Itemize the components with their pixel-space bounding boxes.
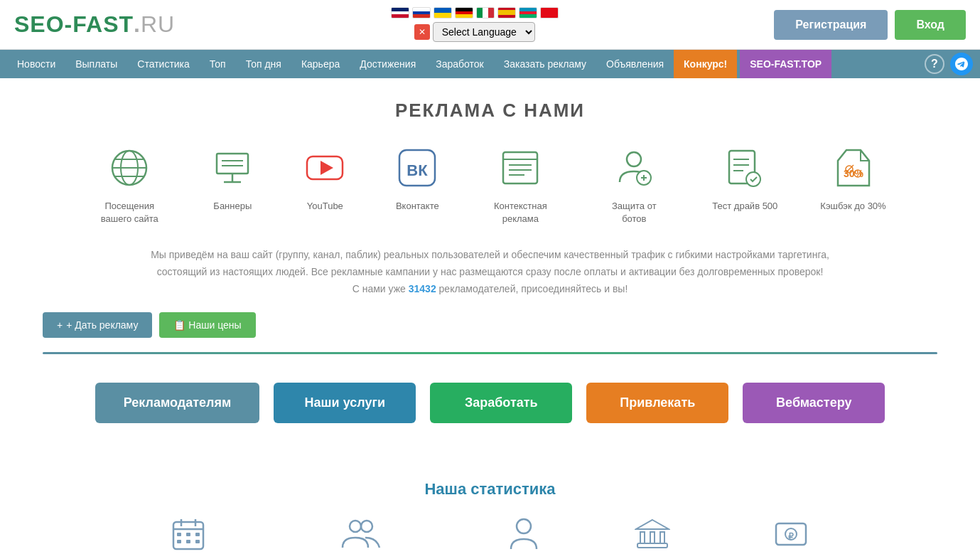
language-select[interactable]: Select Language English Русский — [433, 22, 535, 42]
ad-icon-banners[interactable]: Баннеры — [208, 143, 257, 213]
svg-point-43 — [350, 521, 361, 532]
svg-rect-42 — [195, 540, 200, 543]
svg-point-28 — [746, 172, 760, 186]
nav-konkurs[interactable]: Конкурс! — [674, 50, 737, 78]
youtube-label: YouTube — [307, 200, 343, 213]
svg-marker-12 — [321, 161, 333, 175]
btn-privlekat[interactable]: Привлекать — [586, 383, 728, 423]
ad-icon-youtube[interactable]: YouTube — [300, 143, 350, 213]
context-icon — [495, 143, 545, 193]
svg-rect-41 — [186, 540, 190, 543]
lang-close-button[interactable]: ✕ — [414, 24, 430, 40]
promo-line-2: состоящий из настоящих людей. Все реклам… — [43, 264, 937, 281]
new-user-icon — [508, 516, 539, 558]
nav-seo-fast-top[interactable]: SEO-FAST.TOP — [740, 50, 831, 78]
register-button[interactable]: Регистрация — [774, 10, 888, 40]
promo-buttons: + + Дать рекламу 📋 Наши цены — [43, 312, 937, 338]
nav-dostizheniya[interactable]: Достижения — [350, 50, 426, 78]
header-buttons: Регистрация Вход — [774, 10, 966, 40]
btn-zarabotat[interactable]: Заработать — [430, 383, 572, 423]
svg-rect-5 — [217, 154, 248, 174]
svg-rect-40 — [177, 540, 181, 543]
visits-label: Посещения вашего сайта — [94, 200, 165, 225]
ad-icon-vk[interactable]: ВК Вконтакте — [392, 143, 442, 213]
nav-zakazat-reklamu[interactable]: Заказать рекламу — [494, 50, 596, 78]
promo-line-1: Мы приведём на ваш сайт (группу, канал, … — [43, 247, 937, 264]
flag-it[interactable] — [476, 7, 495, 18]
svg-rect-15 — [503, 152, 537, 183]
logo: SEO-FAST.RU — [14, 11, 175, 38]
cashback-icon: 30% — [829, 143, 878, 193]
nav-kariera[interactable]: Карьера — [291, 50, 350, 78]
stats-row: Мы работаем 12 лет 9 месяцев 4 дня Всего… — [43, 516, 937, 559]
ad-icons-row: Посещения вашего сайта Баннеры — [43, 143, 937, 225]
svg-rect-39 — [195, 533, 200, 536]
promo-text: Мы приведём на ваш сайт (группу, канал, … — [43, 247, 937, 297]
flag-az[interactable] — [519, 7, 537, 18]
svg-text:ВК: ВК — [407, 161, 429, 179]
section-divider — [43, 352, 937, 354]
nav-top-dnya[interactable]: Топ дня — [236, 50, 291, 78]
banners-icon — [208, 143, 257, 193]
visits-icon — [104, 143, 154, 193]
svg-point-45 — [517, 519, 531, 533]
nav-obyavleniya[interactable]: Объявления — [596, 50, 674, 78]
test-icon — [720, 143, 770, 193]
banners-label: Баннеры — [213, 200, 252, 213]
ad-icon-test[interactable]: Тест драйв 500 — [712, 143, 777, 213]
plus-icon: + — [57, 319, 63, 331]
promo-line-3: С нами уже 31432 рекламодателей, присоед… — [43, 281, 937, 298]
svg-rect-38 — [186, 533, 190, 536]
ad-icon-bots[interactable]: Защита от ботов — [598, 143, 669, 225]
ad-icon-cashback[interactable]: 30% Кэшбэк до 30% — [820, 143, 885, 213]
vk-icon: ВК — [392, 143, 442, 193]
flag-tr[interactable] — [540, 7, 559, 18]
nav-viplaty[interactable]: Выплаты — [65, 50, 127, 78]
nav-icons: ? — [925, 53, 973, 75]
advert-label: + Дать рекламу — [66, 319, 138, 331]
ad-icon-context[interactable]: Контекстная реклама — [485, 143, 556, 225]
ad-icon-visits[interactable]: Посещения вашего сайта — [94, 143, 165, 225]
flag-gb[interactable] — [391, 7, 409, 18]
test-label: Тест драйв 500 — [712, 200, 777, 213]
svg-text:₽: ₽ — [788, 531, 794, 541]
svg-point-20 — [627, 152, 641, 166]
cashback-label: Кэшбэк до 30% — [820, 200, 885, 213]
our-prices-button[interactable]: 📋 Наши цены — [159, 312, 255, 338]
stats-title: Наша статистика — [43, 480, 937, 499]
main-nav: Новости Выплаты Статистика Топ Топ дня К… — [0, 50, 980, 78]
nav-statistika[interactable]: Статистика — [127, 50, 200, 78]
give-advert-button[interactable]: + + Дать рекламу — [43, 312, 152, 338]
svg-marker-46 — [636, 520, 669, 529]
stats-section: Наша статистика Мы работаем — [0, 466, 980, 559]
flags-row — [391, 7, 559, 18]
context-label: Контекстная реклама — [485, 200, 556, 225]
nav-novosti[interactable]: Новости — [7, 50, 65, 78]
flag-de[interactable] — [455, 7, 473, 18]
flag-ru[interactable] — [412, 7, 431, 18]
flag-ua[interactable] — [434, 7, 452, 18]
big-buttons-row: Рекламодателям Наши услуги Заработать Пр… — [43, 368, 937, 444]
help-button[interactable]: ? — [925, 54, 944, 74]
flag-es[interactable] — [497, 7, 516, 18]
bots-label: Защита от ботов — [598, 200, 669, 225]
telegram-button[interactable] — [950, 53, 973, 75]
youtube-icon — [300, 143, 350, 193]
btn-nashi-uslugi[interactable]: Наши услуги — [274, 383, 416, 423]
vk-label: Вконтакте — [396, 200, 439, 213]
nav-top[interactable]: Топ — [200, 50, 236, 78]
btn-reklamodatelyam[interactable]: Рекламодателям — [95, 383, 260, 423]
login-button[interactable]: Вход — [895, 10, 966, 40]
calendar-icon — [171, 516, 206, 558]
main-content: РЕКЛАМА С НАМИ Посещения вашего сайта — [0, 78, 980, 466]
language-selector-wrap: ✕ Select Language English Русский — [414, 22, 535, 42]
btn-vebmasteru[interactable]: Вебмастеру — [743, 383, 885, 423]
svg-rect-49 — [640, 532, 645, 543]
svg-rect-50 — [650, 532, 655, 543]
nav-zarabotok[interactable]: Заработок — [426, 50, 493, 78]
bots-icon — [609, 143, 659, 193]
stat-working-time: Мы работаем 12 лет 9 месяцев 4 дня — [136, 516, 240, 559]
prices-label: 📋 Наши цены — [173, 319, 241, 331]
stat-total-paid: Всего выплачено 204 730 704 Рублей — [608, 516, 696, 559]
stat-new-users: Новых Сегодня 948 Новых Вчера 2 472 — [482, 516, 566, 559]
